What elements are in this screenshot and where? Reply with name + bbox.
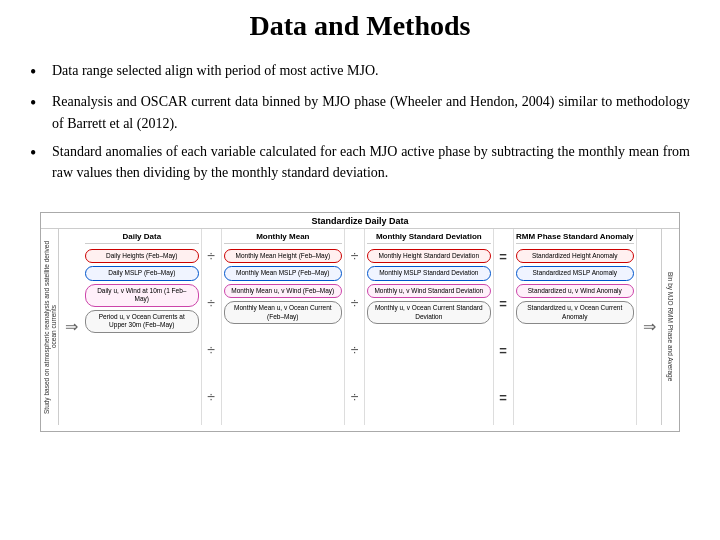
rmm-row-3: Standardized u, v Ocean Current Anomaly <box>516 301 635 324</box>
op-5: ÷ <box>351 248 359 264</box>
right-label: Bin by MJO RMM Phase and Average <box>661 229 679 425</box>
eq-2: = <box>499 296 507 311</box>
arrow-in: ⇒ <box>59 229 83 425</box>
daily-row-3: Period u, v Ocean Currents at Upper 30m … <box>85 310 199 333</box>
bullet-dot-2: • <box>30 91 48 116</box>
daily-row-0: Daily Heights (Feb–May) <box>85 249 199 263</box>
monthly-mean-col: Monthly Mean Monthly Mean Height (Feb–Ma… <box>222 229 346 425</box>
right-label-text: Bin by MJO RMM Phase and Average <box>667 272 674 381</box>
list-item: • Standard anomalies of each variable ca… <box>30 141 690 184</box>
eq-1: = <box>499 249 507 264</box>
bullet-list: • Data range selected align with period … <box>30 60 690 190</box>
list-item: • Data range selected align with period … <box>30 60 690 85</box>
rmm-col-header: RMM Phase Standard Anomaly <box>516 232 635 244</box>
bullet-text-2: Reanalysis and OSCAR current data binned… <box>52 91 690 134</box>
mm-row-1: Monthly Mean MSLP (Feb–May) <box>224 266 343 280</box>
std-row-3: Monthly u, v Ocean Current Standard Devi… <box>367 301 490 324</box>
daily-row-2: Daily u, v Wind at 10m (1 Feb–May) <box>85 284 199 307</box>
equals-col: = = = = <box>494 229 514 425</box>
rmm-row-0: Standardized Height Anomaly <box>516 249 635 263</box>
left-label-text: Study based on atmospheric reanalysis an… <box>43 231 57 423</box>
mm-row-2: Monthly Mean u, v Wind (Feb–May) <box>224 284 343 298</box>
rmm-row-2: Standardized u, v Wind Anomaly <box>516 284 635 298</box>
operator-col-1: ÷ ÷ ÷ ÷ <box>202 229 222 425</box>
diagram-body: Study based on atmospheric reanalysis an… <box>41 229 679 425</box>
daily-col-header: Daily Data <box>85 232 199 244</box>
op-6: ÷ <box>351 295 359 311</box>
diagram-wrapper: Standardize Daily Data Study based on at… <box>30 212 690 432</box>
bullet-dot-3: • <box>30 141 48 166</box>
op-3: ÷ <box>207 342 215 358</box>
operator-col-2: ÷ ÷ ÷ ÷ <box>345 229 365 425</box>
mm-row-0: Monthly Mean Height (Feb–May) <box>224 249 343 263</box>
eq-3: = <box>499 343 507 358</box>
daily-row-1: Daily MSLP (Feb–May) <box>85 266 199 280</box>
rmm-row-1: Standardized MSLP Anomaly <box>516 266 635 280</box>
page-title: Data and Methods <box>30 0 690 60</box>
diagram: Standardize Daily Data Study based on at… <box>40 212 680 432</box>
list-item: • Reanalysis and OSCAR current data binn… <box>30 91 690 134</box>
daily-data-col: Daily Data Daily Heights (Feb–May) Daily… <box>83 229 202 425</box>
op-2: ÷ <box>207 295 215 311</box>
op-8: ÷ <box>351 389 359 405</box>
op-1: ÷ <box>207 248 215 264</box>
monthly-mean-col-header: Monthly Mean <box>224 232 343 244</box>
op-4: ÷ <box>207 389 215 405</box>
left-label: Study based on atmospheric reanalysis an… <box>41 229 59 425</box>
monthly-std-col-header: Monthly Standard Deviation <box>367 232 490 244</box>
std-row-1: Monthly MSLP Standard Deviation <box>367 266 490 280</box>
bullet-text-1: Data range selected align with period of… <box>52 60 690 82</box>
op-7: ÷ <box>351 342 359 358</box>
monthly-std-col: Monthly Standard Deviation Monthly Heigh… <box>365 229 493 425</box>
mm-row-3: Monthly Mean u, v Ocean Current (Feb–May… <box>224 301 343 324</box>
bullet-dot-1: • <box>30 60 48 85</box>
std-row-0: Monthly Height Standard Deviation <box>367 249 490 263</box>
diagram-title: Standardize Daily Data <box>41 213 679 229</box>
arrow-out: ⇒ <box>637 229 661 425</box>
bullet-text-3: Standard anomalies of each variable calc… <box>52 141 690 184</box>
eq-4: = <box>499 390 507 405</box>
rmm-col: RMM Phase Standard Anomaly Standardized … <box>514 229 638 425</box>
std-row-2: Monthly u, v Wind Standard Deviation <box>367 284 490 298</box>
